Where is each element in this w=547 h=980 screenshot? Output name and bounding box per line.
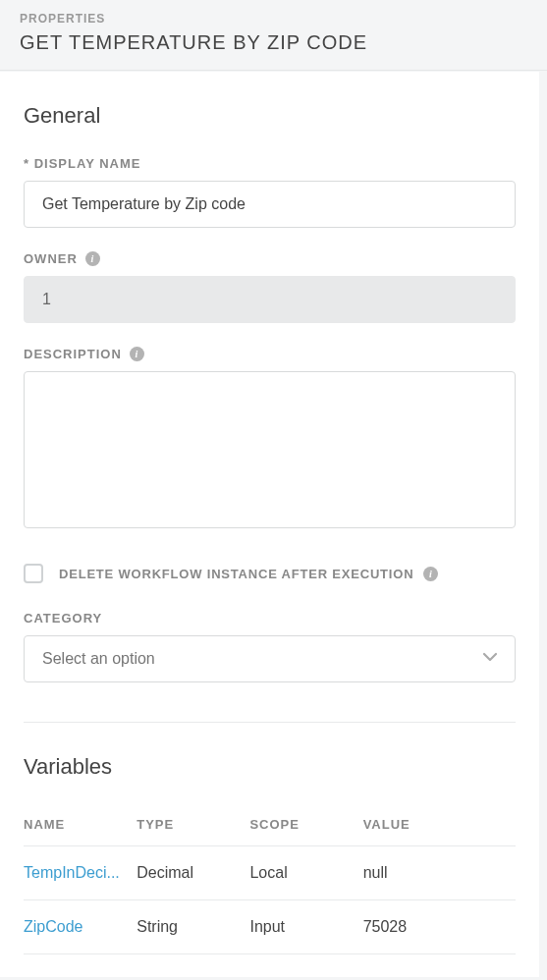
description-textarea[interactable] [24,371,516,528]
header-eyebrow: PROPERTIES [20,12,527,26]
delete-after-execution-label-text: DELETE WORKFLOW INSTANCE AFTER EXECUTION [59,567,413,581]
owner-label: OWNER i [24,251,516,266]
description-label-text: DESCRIPTION [24,347,122,361]
variables-col-name: NAME [24,807,137,846]
owner-label-text: OWNER [24,251,78,266]
delete-after-execution-checkbox[interactable] [24,564,43,583]
variable-value: 75028 [363,900,516,954]
delete-after-execution-row: DELETE WORKFLOW INSTANCE AFTER EXECUTION… [24,564,516,583]
description-field: DESCRIPTION i [24,347,516,532]
section-divider [24,722,516,723]
delete-after-execution-label: DELETE WORKFLOW INSTANCE AFTER EXECUTION… [59,567,438,581]
variable-type: String [137,900,249,954]
owner-input [24,276,516,323]
description-label: DESCRIPTION i [24,347,516,361]
variable-type: Decimal [137,846,249,900]
table-row: TempInDeci... Decimal Local null [24,846,516,900]
variables-col-scope: SCOPE [249,807,362,846]
variables-table: NAME TYPE SCOPE VALUE TempInDeci... Deci… [24,807,516,954]
table-row: ZipCode String Input 75028 [24,900,516,954]
category-field: CATEGORY [24,611,516,682]
info-icon[interactable]: i [85,251,100,266]
variable-name-link[interactable]: ZipCode [24,900,137,954]
general-section-title: General [24,103,516,129]
page-title: GET TEMPERATURE BY ZIP CODE [20,31,527,54]
variables-col-value: VALUE [363,807,516,846]
category-label: CATEGORY [24,611,516,626]
variable-value: null [363,846,516,900]
category-select-wrap [24,635,516,682]
variables-section-title: Variables [24,754,516,780]
display-name-input[interactable] [24,181,516,228]
owner-field: OWNER i [24,251,516,323]
display-name-label: * DISPLAY NAME [24,156,516,171]
info-icon[interactable]: i [130,347,144,361]
variables-header-row: NAME TYPE SCOPE VALUE [24,807,516,846]
variable-name-link[interactable]: TempInDeci... [24,846,137,900]
properties-scroll-area[interactable]: General * DISPLAY NAME OWNER i DESCRIPTI… [0,72,547,977]
variables-col-type: TYPE [137,807,249,846]
info-icon[interactable]: i [423,567,438,581]
properties-content: General * DISPLAY NAME OWNER i DESCRIPTI… [0,72,539,977]
properties-header: PROPERTIES GET TEMPERATURE BY ZIP CODE [0,0,547,71]
category-select[interactable] [24,635,516,682]
variable-scope: Input [249,900,362,954]
variable-scope: Local [249,846,362,900]
display-name-field: * DISPLAY NAME [24,156,516,228]
